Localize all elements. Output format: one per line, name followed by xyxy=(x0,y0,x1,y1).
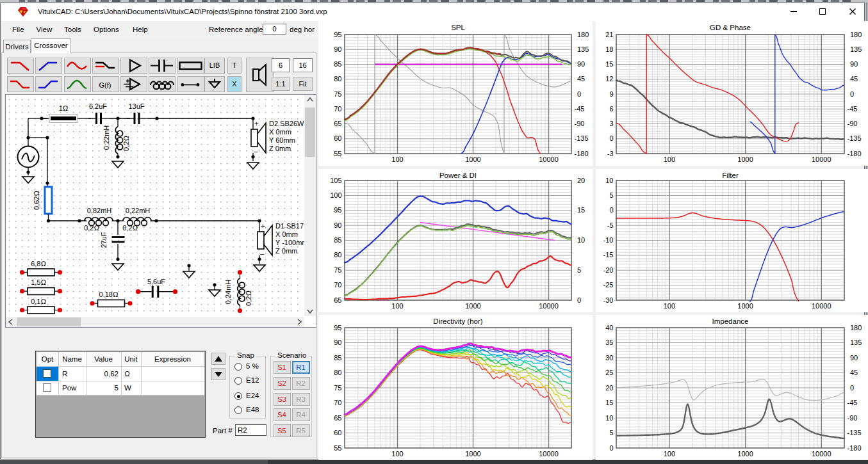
svg-text:100: 100 xyxy=(330,191,341,199)
svg-text:65: 65 xyxy=(334,120,341,127)
svg-text:0,82mH: 0,82mH xyxy=(87,207,112,214)
svg-text:Directivity (hor): Directivity (hor) xyxy=(433,317,482,325)
svg-text:10: 10 xyxy=(605,177,613,184)
svg-text:85: 85 xyxy=(334,60,341,68)
svg-text:GD & Phase: GD & Phase xyxy=(710,24,751,31)
svg-text:80: 80 xyxy=(334,369,341,376)
svg-text:10000: 10000 xyxy=(539,450,559,458)
svg-text:90: 90 xyxy=(334,221,341,229)
svg-text:75: 75 xyxy=(334,384,341,392)
svg-text:6,2uF: 6,2uF xyxy=(89,102,107,110)
svg-text:-5: -5 xyxy=(607,221,614,229)
svg-text:0,2Ω: 0,2Ω xyxy=(122,224,138,232)
svg-text:6: 6 xyxy=(609,105,613,113)
svg-text:135: 135 xyxy=(577,45,589,53)
svg-text:X 0mm: X 0mm xyxy=(275,230,298,238)
svg-text:15: 15 xyxy=(605,399,613,406)
svg-text:20: 20 xyxy=(605,384,613,392)
svg-text:-10: -10 xyxy=(603,236,614,244)
svg-text:0: 0 xyxy=(577,90,581,98)
svg-text:-30: -30 xyxy=(603,296,614,304)
svg-text:90: 90 xyxy=(577,60,585,68)
svg-text:–: – xyxy=(254,147,258,155)
svg-text:0,18Ω: 0,18Ω xyxy=(99,291,119,298)
svg-text:-25: -25 xyxy=(603,281,614,289)
svg-text:-135: -135 xyxy=(848,429,862,436)
svg-text:Y 60mm: Y 60mm xyxy=(269,136,295,144)
svg-text:60: 60 xyxy=(334,134,341,142)
svg-text:90: 90 xyxy=(850,354,858,362)
svg-text:30: 30 xyxy=(605,354,613,362)
svg-text:-180: -180 xyxy=(848,444,862,452)
svg-text:Filter: Filter xyxy=(722,172,739,179)
svg-text:90: 90 xyxy=(334,339,341,346)
svg-text:Z 0mm: Z 0mm xyxy=(275,247,297,255)
svg-text:+: + xyxy=(261,222,265,230)
svg-text:85: 85 xyxy=(334,354,341,362)
svg-text:0,2Ω: 0,2Ω xyxy=(122,136,130,151)
svg-text:100: 100 xyxy=(664,302,675,310)
svg-text:5: 5 xyxy=(609,191,613,199)
svg-text:-90: -90 xyxy=(848,414,858,422)
svg-text:70: 70 xyxy=(334,105,341,113)
svg-text:-45: -45 xyxy=(848,105,858,113)
svg-text:135: 135 xyxy=(850,339,862,346)
svg-text:10: 10 xyxy=(605,414,613,422)
svg-text:180: 180 xyxy=(850,324,862,332)
svg-text:90: 90 xyxy=(850,60,858,68)
svg-text:100: 100 xyxy=(391,156,403,163)
svg-text:Z 0mm: Z 0mm xyxy=(269,145,291,152)
svg-text:45: 45 xyxy=(850,75,858,83)
svg-text:Power & DI: Power & DI xyxy=(439,172,477,179)
svg-text:1,5Ω: 1,5Ω xyxy=(31,278,46,286)
svg-text:10000: 10000 xyxy=(812,450,831,458)
svg-text:15: 15 xyxy=(577,206,585,214)
svg-text:0,1Ω: 0,1Ω xyxy=(31,298,46,305)
svg-text:-180: -180 xyxy=(848,150,862,157)
svg-text:27uF: 27uF xyxy=(100,232,108,248)
svg-text:80: 80 xyxy=(334,75,341,83)
svg-text:65: 65 xyxy=(334,414,341,422)
svg-text:5: 5 xyxy=(609,429,613,436)
svg-text:105: 105 xyxy=(330,177,341,184)
svg-text:0: 0 xyxy=(577,296,581,304)
svg-text:100: 100 xyxy=(391,450,403,458)
svg-text:D1 SB17: D1 SB17 xyxy=(275,222,304,230)
svg-text:1000: 1000 xyxy=(737,302,753,310)
svg-text:SPL: SPL xyxy=(451,24,465,31)
svg-text:45: 45 xyxy=(577,75,585,83)
svg-text:3: 3 xyxy=(609,120,613,127)
svg-text:D2 SB26W: D2 SB26W xyxy=(269,120,304,127)
svg-text:-90: -90 xyxy=(575,120,585,127)
svg-text:0,22mH: 0,22mH xyxy=(126,207,151,214)
svg-text:1000: 1000 xyxy=(465,156,480,163)
svg-text:21: 21 xyxy=(605,31,613,38)
svg-text:95: 95 xyxy=(334,31,341,38)
svg-text:-3: -3 xyxy=(607,150,614,157)
svg-text:10000: 10000 xyxy=(812,156,831,163)
svg-text:10: 10 xyxy=(577,236,585,244)
svg-text:10000: 10000 xyxy=(812,302,831,310)
svg-text:35: 35 xyxy=(605,339,613,346)
svg-text:60: 60 xyxy=(334,429,341,436)
svg-text:100: 100 xyxy=(664,450,675,458)
svg-text:5,6uF: 5,6uF xyxy=(147,278,165,285)
svg-text:0,2Ω: 0,2Ω xyxy=(84,224,99,232)
svg-text:0: 0 xyxy=(850,90,854,98)
svg-text:55: 55 xyxy=(334,444,341,452)
svg-text:Y -100mr: Y -100mr xyxy=(275,239,304,246)
svg-text:80: 80 xyxy=(334,251,341,259)
svg-text:0,22mH: 0,22mH xyxy=(102,125,110,150)
svg-text:5: 5 xyxy=(577,266,581,274)
svg-text:15: 15 xyxy=(605,60,613,68)
svg-text:85: 85 xyxy=(334,236,341,244)
svg-text:90: 90 xyxy=(334,45,341,53)
svg-text:0: 0 xyxy=(609,206,613,214)
svg-text:1000: 1000 xyxy=(465,302,480,310)
svg-text:–: – xyxy=(260,250,265,257)
svg-text:-180: -180 xyxy=(575,150,589,157)
svg-text:-45: -45 xyxy=(848,399,858,406)
svg-text:1000: 1000 xyxy=(465,450,480,458)
svg-text:18: 18 xyxy=(605,45,613,53)
svg-text:180: 180 xyxy=(850,31,862,38)
